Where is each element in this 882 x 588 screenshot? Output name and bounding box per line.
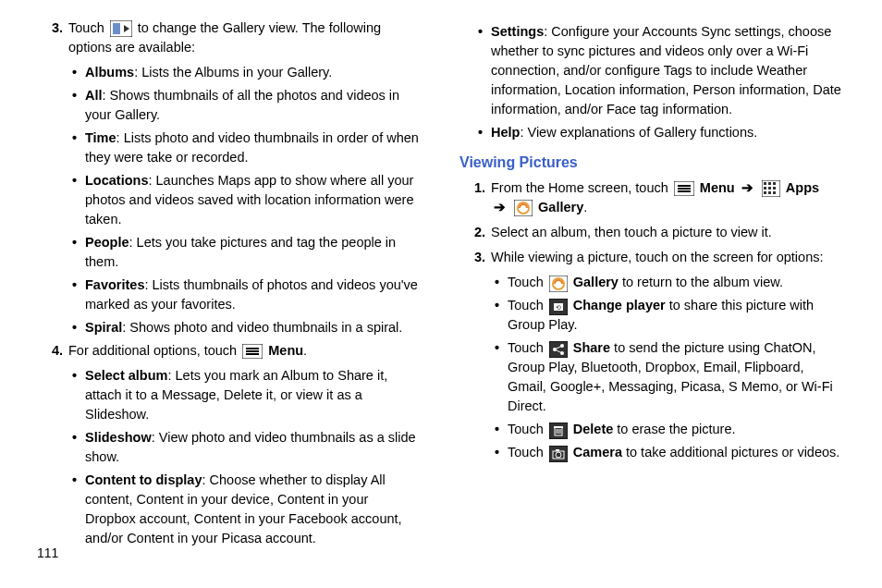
step-body: From the Home screen, touch Menu ➔ Apps …	[491, 178, 845, 217]
option-label: People	[85, 235, 129, 250]
menu-icon	[674, 181, 694, 196]
arrow-icon: ➔	[739, 180, 756, 195]
step-body: For additional options, touch Menu.	[68, 341, 423, 361]
option-desc: : Shows thumbnails of all the photos and…	[85, 88, 399, 122]
svg-rect-15	[764, 187, 766, 190]
apps-grid-icon	[762, 180, 780, 197]
step-number: 3.	[459, 248, 491, 267]
share-icon	[549, 341, 568, 358]
svg-rect-14	[773, 182, 776, 185]
list-item: •Favorites: Lists thumbnails of photos a…	[63, 276, 423, 314]
camera-icon	[549, 446, 568, 462]
option-label: Select album	[85, 368, 167, 383]
option-desc: to take additional pictures or videos.	[622, 445, 839, 459]
list-item: •Time: Lists photo and video thumbnails …	[63, 129, 423, 167]
step-number: 2.	[459, 223, 491, 242]
section-heading: Viewing Pictures	[459, 152, 845, 173]
option-desc: to erase the picture.	[613, 422, 735, 436]
list-item: •Slideshow: View photo and video thumbna…	[63, 428, 423, 467]
option-label: Help	[491, 125, 520, 140]
option-prefix: Touch	[508, 340, 547, 355]
option-label: Albums	[85, 65, 134, 80]
option-desc: : Lists the Albums in your Gallery.	[134, 65, 332, 80]
option-label: All	[85, 88, 103, 103]
option-label: Content to display	[85, 472, 202, 487]
step-4: 4. For additional options, touch Menu.	[37, 341, 423, 361]
step-number: 4.	[37, 341, 68, 361]
option-desc: : Shows photo and video thumbnails in a …	[122, 320, 402, 335]
option-label: Change player	[573, 298, 666, 312]
option-label: Gallery	[573, 275, 619, 289]
option-prefix: Touch	[508, 422, 547, 436]
step-number: 3.	[37, 18, 68, 57]
list-item: •Select album: Lets you mark an Album to…	[63, 366, 423, 424]
menu-label: Menu	[700, 180, 735, 195]
option-prefix: Touch	[508, 275, 547, 289]
list-item: • Touch Camera to take additional pictur…	[485, 443, 845, 462]
option-label: Spiral	[85, 320, 122, 335]
option-label: Locations	[85, 173, 148, 188]
apps-label: Apps	[786, 180, 819, 195]
gallery-label: Gallery	[538, 200, 583, 214]
option-desc: : Lets you take pictures and tag the peo…	[85, 235, 396, 269]
step-text-prefix: For additional options, touch	[68, 343, 240, 358]
option-desc: to return to the album view.	[619, 275, 783, 289]
delete-icon	[549, 423, 568, 439]
continued-options: •Settings: Configure your Accounts Sync …	[459, 22, 845, 142]
list-item: • Touch Gallery to return to the album v…	[485, 273, 845, 292]
step-body: Select an album, then touch a picture to…	[491, 223, 845, 242]
step-text: From the Home screen, touch	[491, 180, 672, 195]
option-label: Share	[573, 340, 610, 355]
svg-rect-18	[764, 191, 766, 194]
list-item: •Spiral: Shows photo and video thumbnail…	[63, 318, 423, 337]
change-player-icon: ⟲	[549, 299, 568, 315]
option-label: Time	[85, 130, 116, 145]
step-text-prefix: Touch	[68, 20, 108, 35]
list-item: •Albums: Lists the Albums in your Galler…	[63, 63, 423, 82]
svg-rect-16	[768, 187, 771, 190]
svg-rect-28	[549, 341, 568, 358]
menu-label: Menu	[268, 343, 303, 358]
list-item: •All: Shows thumbnails of all the photos…	[63, 86, 423, 125]
step-3-options: •Albums: Lists the Albums in your Galler…	[37, 63, 423, 337]
svg-rect-20	[773, 191, 776, 194]
step-4-options: •Select album: Lets you mark an Album to…	[37, 366, 423, 548]
svg-rect-43	[556, 449, 559, 451]
svg-rect-19	[768, 191, 771, 194]
option-desc: : Configure your Accounts Sync settings,…	[491, 24, 841, 116]
option-desc: : View explanations of Gallery functions…	[520, 125, 757, 140]
left-column: 3. Touch to change the Gallery view. The…	[37, 18, 423, 536]
svg-rect-40	[549, 446, 568, 462]
option-label: Delete	[573, 422, 614, 436]
gallery-icon	[514, 200, 533, 216]
option-label: Slideshow	[85, 430, 152, 445]
gallery-icon	[549, 276, 568, 292]
option-prefix: Touch	[508, 298, 547, 312]
page-number: 111	[37, 545, 58, 560]
menu-icon	[242, 344, 263, 359]
step-body: While viewing a picture, touch on the sc…	[491, 248, 845, 267]
svg-rect-17	[773, 187, 776, 190]
option-label: Camera	[573, 445, 622, 459]
arrow-icon: ➔	[491, 200, 508, 214]
list-item: •Content to display: Choose whether to d…	[63, 471, 423, 548]
list-item: •Locations: Launches Maps app to show wh…	[63, 171, 423, 229]
option-label: Settings	[491, 24, 544, 39]
document-page: 3. Touch to change the Gallery view. The…	[0, 0, 882, 545]
svg-text:⟲: ⟲	[556, 304, 561, 311]
step-body: Touch to change the Gallery view. The fo…	[68, 18, 423, 57]
option-prefix: Touch	[508, 445, 547, 459]
list-item: •People: Lets you take pictures and tag …	[63, 233, 423, 272]
viewing-step-3-options: • Touch Gallery to return to the album v…	[459, 273, 845, 462]
list-item: • Touch Delete to erase the picture.	[485, 420, 845, 439]
option-desc: : Lists photo and video thumbnails in or…	[85, 130, 419, 165]
list-item: • Touch Share to send the picture using …	[485, 338, 845, 416]
list-item: •Help: View explanations of Gallery func…	[469, 123, 845, 142]
step-3: 3. Touch to change the Gallery view. The…	[37, 18, 423, 57]
step-number: 1.	[459, 178, 491, 217]
list-item: •Settings: Configure your Accounts Sync …	[469, 22, 845, 119]
period: .	[303, 343, 307, 358]
svg-rect-12	[764, 182, 766, 185]
svg-rect-1	[113, 23, 120, 34]
period: .	[583, 200, 587, 214]
